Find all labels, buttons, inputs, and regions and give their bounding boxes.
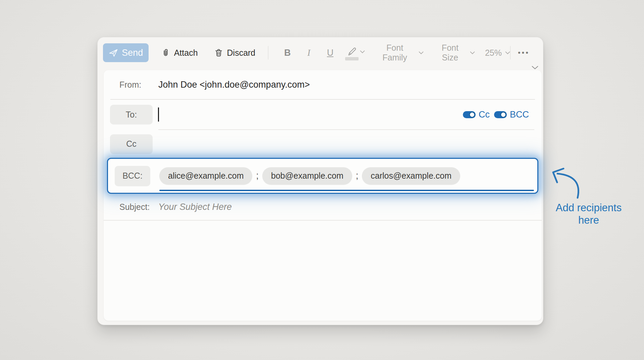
compose-window: Send Attach Discard B I U (97, 37, 543, 325)
from-row: From: John Doe <john.doe@company.com> (104, 70, 542, 99)
bcc-active-underline (159, 190, 534, 191)
text-cursor (158, 107, 159, 122)
bcc-toggle-label: BCC (510, 109, 529, 120)
paperclip-icon (161, 48, 170, 58)
toolbar-expand-chevron[interactable] (532, 65, 538, 70)
zoom-dropdown[interactable]: 25% (485, 48, 510, 58)
underline-button[interactable]: U (324, 48, 337, 58)
recipient-chip[interactable]: alice@example.com (159, 167, 252, 185)
toolbar-divider (510, 46, 511, 59)
recipient-toggles: Cc BCC (463, 109, 529, 120)
toolbar-divider (268, 46, 268, 59)
bold-button[interactable]: B (281, 48, 294, 58)
font-family-dropdown[interactable]: Font Family (374, 43, 424, 62)
zoom-value: 25% (485, 48, 502, 58)
annotation-label: Add recipients here (547, 201, 631, 226)
cc-row[interactable]: Cc (104, 130, 542, 158)
compose-card: From: John Doe <john.doe@company.com> To… (104, 70, 542, 321)
toggle-on-icon (494, 111, 507, 118)
send-button[interactable]: Send (103, 43, 149, 62)
to-row[interactable]: To: Cc BCC (104, 100, 542, 129)
bcc-field-chip[interactable]: BCC: (115, 166, 150, 186)
attach-label: Attach (174, 48, 198, 58)
font-family-label: Font Family (374, 43, 415, 62)
chevron-down-icon (360, 50, 365, 53)
recipient-chip[interactable]: carlos@example.com (362, 167, 460, 185)
recipient-separator: ; (256, 171, 259, 181)
subject-row[interactable]: Subject: Your Subject Here (104, 194, 542, 220)
bcc-toggle[interactable]: BCC (494, 109, 529, 120)
bcc-recipient-list: alice@example.com ; bob@example.com ; ca… (159, 167, 460, 185)
message-body[interactable] (104, 221, 542, 321)
cc-toggle[interactable]: Cc (463, 109, 490, 120)
font-size-dropdown[interactable]: Font Size (434, 43, 475, 62)
chevron-down-icon (505, 51, 510, 54)
bcc-row-highlighted[interactable]: BCC: alice@example.com ; bob@example.com… (107, 158, 538, 194)
font-size-label: Font Size (434, 43, 467, 62)
pen-icon (346, 46, 357, 57)
chevron-down-icon (470, 51, 475, 54)
subject-placeholder[interactable]: Your Subject Here (158, 202, 232, 212)
chevron-down-icon (419, 51, 424, 54)
cc-field-chip[interactable]: Cc (110, 134, 153, 154)
trash-icon (214, 48, 223, 58)
draw-color-button[interactable] (346, 46, 365, 59)
toggle-on-icon (463, 111, 476, 118)
recipient-separator: ; (356, 171, 359, 181)
overflow-menu-button[interactable]: ••• (518, 48, 530, 57)
to-field-chip[interactable]: To: (110, 105, 153, 124)
from-label: From: (119, 80, 158, 90)
send-label: Send (122, 48, 143, 58)
attach-button[interactable]: Attach (161, 48, 198, 58)
recipient-chip[interactable]: bob@example.com (262, 167, 352, 185)
subject-label: Subject: (119, 202, 158, 212)
from-value: John Doe <john.doe@company.com> (158, 80, 310, 90)
pen-color-swatch (345, 57, 359, 60)
discard-label: Discard (227, 48, 256, 58)
compose-toolbar: Send Attach Discard B I U (98, 37, 543, 70)
italic-button[interactable]: I (303, 48, 315, 58)
paper-plane-icon (108, 48, 118, 58)
cc-toggle-label: Cc (479, 109, 490, 120)
discard-button[interactable]: Discard (214, 48, 256, 58)
